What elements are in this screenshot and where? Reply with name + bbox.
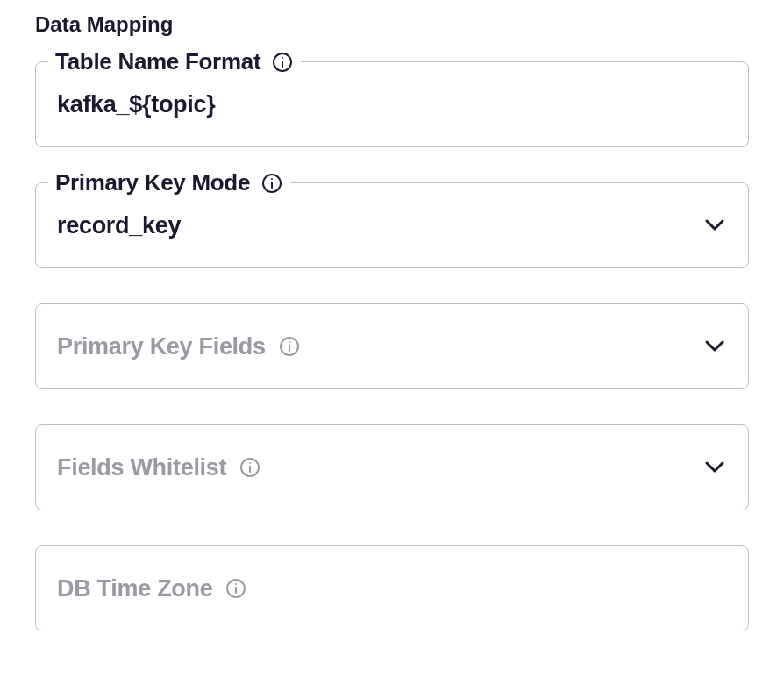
field-value: kafka_${topic} [57, 91, 727, 118]
db-time-zone-input[interactable]: DB Time Zone [35, 545, 749, 631]
svg-rect-5 [271, 178, 273, 180]
fields-whitelist-select[interactable]: Fields Whitelist [35, 424, 749, 510]
chevron-down-icon [702, 213, 727, 238]
fields-whitelist-field: Fields Whitelist [35, 424, 749, 510]
field-label: Primary Key Mode [55, 169, 250, 196]
chevron-down-icon [702, 334, 727, 359]
table-name-format-field: Table Name Format kafka_${topic} [35, 61, 749, 147]
primary-key-fields-field: Primary Key Fields [35, 303, 749, 389]
svg-rect-2 [282, 57, 283, 59]
svg-rect-11 [249, 462, 251, 464]
svg-rect-1 [282, 61, 283, 68]
field-legend: Primary Key Mode [48, 169, 290, 196]
db-time-zone-field: DB Time Zone [35, 545, 749, 631]
info-icon[interactable] [239, 456, 261, 479]
field-label-inline: Primary Key Fields [57, 333, 301, 360]
primary-key-mode-field: Primary Key Mode record_key [35, 182, 749, 268]
field-label: Table Name Format [55, 48, 260, 75]
svg-rect-10 [249, 466, 251, 473]
field-value: record_key [57, 212, 702, 239]
table-name-format-input[interactable]: Table Name Format kafka_${topic} [35, 61, 749, 147]
info-icon[interactable] [278, 335, 301, 358]
svg-rect-4 [271, 182, 273, 189]
chevron-down-icon [702, 455, 727, 480]
section-title: Data Mapping [35, 12, 749, 37]
field-label-inline: Fields Whitelist [57, 454, 261, 481]
primary-key-mode-select[interactable]: Primary Key Mode record_key [35, 182, 749, 268]
field-label: Fields Whitelist [57, 454, 226, 481]
field-label: Primary Key Fields [57, 333, 266, 360]
info-icon[interactable] [260, 172, 283, 195]
field-label: DB Time Zone [57, 575, 212, 602]
svg-rect-8 [289, 341, 290, 343]
svg-rect-7 [289, 345, 290, 352]
svg-rect-14 [235, 583, 237, 585]
field-label-inline: DB Time Zone [57, 575, 247, 602]
field-legend: Table Name Format [48, 48, 301, 75]
svg-rect-13 [235, 587, 237, 594]
info-icon[interactable] [225, 577, 247, 600]
primary-key-fields-select[interactable]: Primary Key Fields [35, 303, 749, 389]
info-icon[interactable] [271, 51, 294, 74]
